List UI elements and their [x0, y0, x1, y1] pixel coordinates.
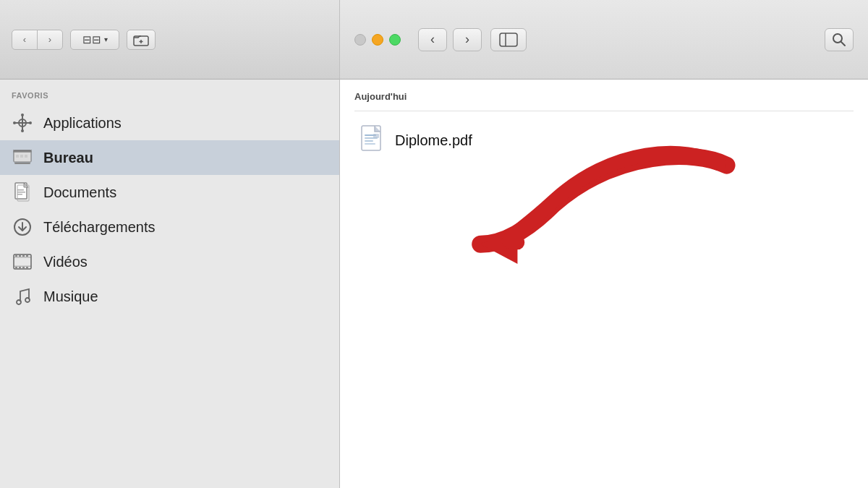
file-panel-header: Aujourd'hui: [354, 91, 854, 111]
svg-line-6: [841, 42, 845, 46]
sidebar-telechargements-label: Téléchargements: [43, 219, 156, 236]
toolbar-back-button[interactable]: ‹: [12, 30, 38, 50]
svg-rect-24: [17, 192, 25, 193]
svg-rect-34: [22, 255, 25, 257]
svg-rect-19: [20, 155, 23, 158]
window-titlebar: ‹ ›: [340, 0, 868, 80]
svg-rect-21: [14, 163, 30, 164]
search-button[interactable]: [825, 28, 854, 51]
bureau-icon: [12, 147, 33, 168]
musique-icon: [12, 286, 33, 307]
maximize-button[interactable]: [389, 34, 401, 46]
svg-point-41: [25, 298, 30, 302]
file-pdf-icon: [360, 124, 386, 156]
sidebar-item-applications[interactable]: Applications: [0, 106, 339, 140]
svg-rect-3: [500, 33, 517, 46]
svg-rect-30: [14, 257, 31, 258]
view-icon: ⊟⊟: [82, 33, 101, 46]
titlebar-nav-group: ‹ ›: [418, 28, 482, 51]
view-chevron-icon: ▾: [104, 35, 108, 43]
toolbar-new-folder-button[interactable]: [127, 30, 156, 50]
svg-rect-37: [19, 267, 21, 269]
sidebar-item-documents[interactable]: Documents: [0, 175, 339, 210]
toolbar-nav-group: ‹ ›: [12, 30, 63, 50]
finder-toolbar: ‹ › ⊟⊟ ▾: [0, 0, 340, 80]
svg-point-11: [21, 129, 24, 132]
sidebar-item-musique[interactable]: Musique: [0, 279, 339, 314]
svg-rect-20: [25, 155, 27, 158]
traffic-lights: [354, 34, 401, 46]
file-panel: Aujourd'hui Diplo: [340, 80, 868, 488]
titlebar-forward-button[interactable]: ›: [453, 28, 482, 51]
svg-rect-38: [22, 267, 25, 269]
svg-rect-32: [15, 255, 17, 257]
sidebar-item-videos[interactable]: Vidéos: [0, 244, 339, 279]
file-list-item[interactable]: Diplome.pdf: [354, 117, 854, 163]
svg-rect-18: [16, 155, 19, 158]
svg-rect-47: [373, 134, 379, 138]
sidebar-musique-label: Musique: [43, 288, 98, 305]
sidebar-section-label: Favoris: [0, 91, 339, 106]
videos-icon: [12, 251, 33, 273]
sidebar-documents-label: Documents: [43, 184, 116, 201]
svg-rect-23: [17, 189, 24, 191]
svg-rect-33: [19, 255, 21, 257]
sidebar-bureau-label: Bureau: [43, 150, 93, 166]
file-name: Diplome.pdf: [395, 132, 472, 149]
sidebar-item-telechargements[interactable]: Téléchargements: [0, 210, 339, 244]
svg-rect-45: [365, 140, 373, 142]
sidebar-videos-label: Vidéos: [43, 254, 88, 270]
svg-rect-35: [26, 255, 28, 257]
new-folder-icon: [133, 33, 149, 47]
svg-rect-46: [365, 143, 375, 145]
applications-icon: [12, 112, 33, 134]
svg-rect-36: [15, 267, 17, 269]
svg-point-12: [13, 121, 16, 124]
main-content: Favoris Applications: [0, 80, 868, 488]
sidebar-toggle-icon: [499, 33, 518, 47]
sidebar-toggle-button[interactable]: [490, 28, 527, 51]
minimize-button[interactable]: [372, 34, 383, 46]
svg-point-13: [29, 121, 32, 124]
svg-rect-25: [17, 194, 22, 195]
titlebar-back-button[interactable]: ‹: [418, 28, 447, 51]
sidebar-item-bureau[interactable]: Bureau: [0, 140, 339, 175]
search-icon: [832, 33, 846, 47]
svg-point-40: [17, 300, 21, 304]
svg-rect-31: [14, 266, 31, 267]
sidebar: Favoris Applications: [0, 80, 340, 488]
svg-rect-39: [26, 267, 28, 269]
close-button[interactable]: [354, 34, 366, 46]
svg-point-10: [21, 114, 24, 116]
telechargements-icon: [12, 216, 33, 238]
svg-point-5: [833, 34, 842, 43]
toolbar-forward-button[interactable]: ›: [37, 30, 63, 50]
sidebar-applications-label: Applications: [43, 115, 122, 132]
documents-icon: [12, 181, 33, 203]
toolbar-view-button[interactable]: ⊟⊟ ▾: [70, 30, 119, 50]
